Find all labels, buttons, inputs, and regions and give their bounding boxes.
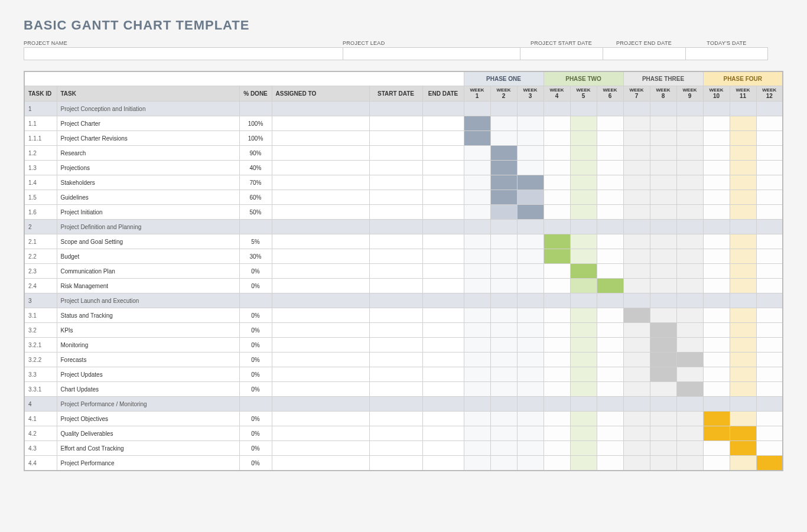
timeline-cell-w8[interactable] [650,161,676,175]
timeline-cell-w2[interactable] [490,161,517,175]
cell-assigned-to[interactable] [272,161,369,175]
timeline-cell-w6[interactable] [597,146,623,161]
cell-task-id[interactable]: 3 [24,293,57,308]
cell-end-date[interactable] [422,293,464,308]
timeline-cell-w3[interactable] [517,190,544,205]
timeline-cell-w9[interactable] [676,293,703,308]
cell-pct-done[interactable]: 0% [239,338,272,353]
timeline-cell-w7[interactable] [623,146,650,161]
timeline-cell-w11[interactable] [730,397,756,412]
timeline-cell-w7[interactable] [623,249,650,264]
cell-start-date[interactable] [369,441,422,456]
cell-end-date[interactable] [422,146,464,161]
timeline-cell-w1[interactable] [464,190,490,205]
cell-pct-done[interactable] [239,220,272,234]
timeline-cell-w10[interactable] [703,205,730,220]
cell-pct-done[interactable]: 0% [239,382,272,397]
timeline-cell-w5[interactable] [570,131,597,146]
cell-end-date[interactable] [422,131,464,146]
cell-task[interactable]: Project Conception and Initiation [57,102,239,116]
timeline-cell-w6[interactable] [597,190,623,205]
cell-start-date[interactable] [369,412,422,426]
timeline-cell-w11[interactable] [730,412,756,426]
todays-date-input[interactable] [685,47,768,60]
timeline-cell-w12[interactable] [756,308,783,323]
timeline-cell-w2[interactable] [490,456,517,471]
cell-task-id[interactable]: 3.3 [24,367,57,382]
timeline-cell-w9[interactable] [676,426,703,441]
timeline-cell-w5[interactable] [570,279,597,293]
timeline-cell-w4[interactable] [544,264,570,279]
timeline-cell-w10[interactable] [703,293,730,308]
timeline-cell-w2[interactable] [490,426,517,441]
timeline-cell-w1[interactable] [464,249,490,264]
cell-pct-done[interactable] [239,397,272,412]
timeline-cell-w5[interactable] [570,426,597,441]
timeline-cell-w3[interactable] [517,102,544,116]
timeline-cell-w6[interactable] [597,308,623,323]
timeline-cell-w6[interactable] [597,175,623,190]
timeline-cell-w3[interactable] [517,323,544,338]
timeline-cell-w2[interactable] [490,397,517,412]
timeline-cell-w5[interactable] [570,190,597,205]
cell-task-id[interactable]: 2.2 [24,249,57,264]
timeline-cell-w2[interactable] [490,279,517,293]
cell-task-id[interactable]: 3.2 [24,323,57,338]
cell-task[interactable]: Project Initiation [57,205,239,220]
timeline-cell-w10[interactable] [703,412,730,426]
cell-task-id[interactable]: 4.1 [24,412,57,426]
cell-assigned-to[interactable] [272,456,369,471]
timeline-cell-w8[interactable] [650,146,676,161]
timeline-cell-w8[interactable] [650,456,676,471]
timeline-cell-w3[interactable] [517,264,544,279]
timeline-cell-w5[interactable] [570,220,597,234]
timeline-cell-w4[interactable] [544,382,570,397]
timeline-cell-w3[interactable] [517,412,544,426]
timeline-cell-w9[interactable] [676,220,703,234]
timeline-cell-w10[interactable] [703,279,730,293]
cell-task[interactable]: Budget [57,249,239,264]
timeline-cell-w7[interactable] [623,397,650,412]
timeline-cell-w1[interactable] [464,338,490,353]
timeline-cell-w10[interactable] [703,234,730,249]
cell-end-date[interactable] [422,426,464,441]
timeline-cell-w11[interactable] [730,426,756,441]
timeline-cell-w5[interactable] [570,146,597,161]
timeline-cell-w2[interactable] [490,308,517,323]
timeline-cell-w11[interactable] [730,205,756,220]
timeline-cell-w11[interactable] [730,190,756,205]
timeline-cell-w5[interactable] [570,249,597,264]
timeline-cell-w9[interactable] [676,338,703,353]
timeline-cell-w12[interactable] [756,175,783,190]
timeline-cell-w2[interactable] [490,353,517,367]
timeline-cell-w12[interactable] [756,116,783,131]
timeline-cell-w10[interactable] [703,308,730,323]
timeline-cell-w5[interactable] [570,308,597,323]
cell-pct-done[interactable]: 0% [239,426,272,441]
timeline-cell-w8[interactable] [650,264,676,279]
cell-pct-done[interactable]: 0% [239,353,272,367]
cell-start-date[interactable] [369,338,422,353]
timeline-cell-w6[interactable] [597,397,623,412]
timeline-cell-w6[interactable] [597,102,623,116]
cell-start-date[interactable] [369,190,422,205]
cell-start-date[interactable] [369,249,422,264]
cell-task[interactable]: Forecasts [57,353,239,367]
cell-pct-done[interactable]: 0% [239,412,272,426]
cell-assigned-to[interactable] [272,293,369,308]
timeline-cell-w6[interactable] [597,412,623,426]
cell-assigned-to[interactable] [272,338,369,353]
timeline-cell-w7[interactable] [623,161,650,175]
timeline-cell-w7[interactable] [623,234,650,249]
timeline-cell-w2[interactable] [490,441,517,456]
timeline-cell-w1[interactable] [464,441,490,456]
cell-pct-done[interactable]: 60% [239,190,272,205]
timeline-cell-w12[interactable] [756,249,783,264]
timeline-cell-w3[interactable] [517,146,544,161]
timeline-cell-w6[interactable] [597,441,623,456]
timeline-cell-w1[interactable] [464,220,490,234]
timeline-cell-w3[interactable] [517,116,544,131]
timeline-cell-w10[interactable] [703,161,730,175]
timeline-cell-w3[interactable] [517,249,544,264]
timeline-cell-w8[interactable] [650,175,676,190]
